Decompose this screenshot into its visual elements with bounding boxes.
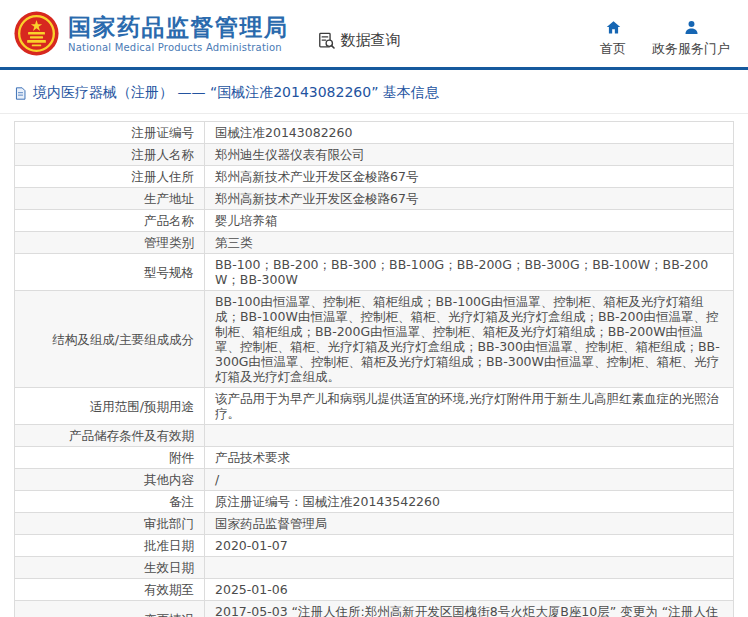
row-label: 备注 xyxy=(15,491,205,513)
row-value: 郑州高新技术产业开发区金梭路67号 xyxy=(205,188,734,210)
row-value: 国械注准20143082260 xyxy=(205,122,734,144)
registration-info-table: 注册证编号国械注准20143082260注册人名称郑州迪生仪器仪表有限公司注册人… xyxy=(14,121,734,617)
nav-gov-portal[interactable]: 政务服务门户 xyxy=(652,19,730,58)
row-label: 结构及组成/主要组成成分 xyxy=(15,291,205,388)
user-icon xyxy=(683,19,700,36)
header-nav: 首页 政务服务门户 xyxy=(600,9,738,58)
table-row: 附件产品技术要求 xyxy=(15,447,734,469)
data-query-label: 数据查询 xyxy=(341,31,401,50)
row-label-text: 结构及组成/主要组成成分 xyxy=(52,332,194,347)
nav-home-label: 首页 xyxy=(600,40,626,58)
row-label-text: 有效期至 xyxy=(144,582,194,597)
table-row: 其他内容/ xyxy=(15,469,734,491)
row-value: 2025-01-06 xyxy=(205,579,734,601)
table-row: 注册证编号国械注准20143082260 xyxy=(15,122,734,144)
row-value: 郑州迪生仪器仪表有限公司 xyxy=(205,144,734,166)
row-label-text: 管理类别 xyxy=(144,235,194,250)
row-value xyxy=(205,425,734,447)
table-row: 审批部门国家药品监督管理局 xyxy=(15,513,734,535)
table-row: 生产地址郑州高新技术产业开发区金梭路67号 xyxy=(15,188,734,210)
row-value: 郑州高新技术产业开发区金梭路67号 xyxy=(205,166,734,188)
row-value: 原注册证编号：国械注准20143542260 xyxy=(205,491,734,513)
row-label-text: 生产地址 xyxy=(144,191,194,206)
row-label-text: 生效日期 xyxy=(144,560,194,575)
row-value xyxy=(205,557,734,579)
row-label: 批准日期 xyxy=(15,535,205,557)
row-label: 其他内容 xyxy=(15,469,205,491)
table-row: 批准日期2020-01-07 xyxy=(15,535,734,557)
row-label: 产品储存条件及有效期 xyxy=(15,425,205,447)
table-row: 备注原注册证编号：国械注准20143542260 xyxy=(15,491,734,513)
row-label-text: 注册人名称 xyxy=(132,147,195,162)
row-label: 注册人住所 xyxy=(15,166,205,188)
row-label: 附件 xyxy=(15,447,205,469)
table-row: 注册人名称郑州迪生仪器仪表有限公司 xyxy=(15,144,734,166)
table-row: 型号规格BB-100；BB-200；BB-300；BB-100G；BB-200G… xyxy=(15,254,734,291)
home-icon xyxy=(605,19,622,36)
table-row: 有效期至2025-01-06 xyxy=(15,579,734,601)
row-value: 2020-01-07 xyxy=(205,535,734,557)
row-label-text: 批准日期 xyxy=(144,538,194,553)
row-label-text: 产品名称 xyxy=(144,213,194,228)
row-label: 生产地址 xyxy=(15,188,205,210)
table-row: 产品储存条件及有效期 xyxy=(15,425,734,447)
brand-text: 国家药品监督管理局 National Medical Products Admi… xyxy=(68,14,289,53)
row-value: BB-100由恒温罩、控制柜、箱柜组成；BB-100G由恒温罩、控制柜、箱柜及光… xyxy=(205,291,734,388)
page: 国家药品监督管理局 National Medical Products Admi… xyxy=(0,0,748,617)
row-value: 第三类 xyxy=(205,232,734,254)
table-row: 管理类别第三类 xyxy=(15,232,734,254)
table-row: 产品名称婴儿培养箱 xyxy=(15,210,734,232)
table-row: 变更情况2017-05-03 “注册人住所:郑州高新开发区国槐街8号火炬大厦B座… xyxy=(15,601,734,617)
row-label: 产品名称 xyxy=(15,210,205,232)
row-label-text: 附件 xyxy=(169,450,194,465)
row-label: 管理类别 xyxy=(15,232,205,254)
agency-title-en: National Medical Products Administration xyxy=(68,42,289,53)
row-label-text: 适用范围/预期用途 xyxy=(90,399,194,414)
site-header: 国家药品监督管理局 National Medical Products Admi… xyxy=(0,0,748,70)
table-row: 生效日期 xyxy=(15,557,734,579)
nav-portal-label: 政务服务门户 xyxy=(652,40,730,58)
table-wrap: 注册证编号国械注准20143082260注册人名称郑州迪生仪器仪表有限公司注册人… xyxy=(0,114,748,617)
row-label: 注册人名称 xyxy=(15,144,205,166)
table-row: 注册人住所郑州高新技术产业开发区金梭路67号 xyxy=(15,166,734,188)
row-label-text: 产品储存条件及有效期 xyxy=(69,428,194,443)
document-icon xyxy=(14,87,27,100)
row-label: 型号规格 xyxy=(15,254,205,291)
document-search-icon xyxy=(317,31,336,50)
breadcrumb: 境内医疗器械（注册） —— “国械注准20143082260” 基本信息 xyxy=(0,70,748,114)
row-label-text: 型号规格 xyxy=(144,265,194,280)
row-value: 产品技术要求 xyxy=(205,447,734,469)
row-label: 注册证编号 xyxy=(15,122,205,144)
row-label: 有效期至 xyxy=(15,579,205,601)
row-label-text: 变更情况 xyxy=(144,612,194,617)
row-label-text: 注册证编号 xyxy=(132,125,195,140)
table-row: 结构及组成/主要组成成分BB-100由恒温罩、控制柜、箱柜组成；BB-100G由… xyxy=(15,291,734,388)
row-label-text: 审批部门 xyxy=(144,516,194,531)
row-value: 国家药品监督管理局 xyxy=(205,513,734,535)
row-label: 审批部门 xyxy=(15,513,205,535)
breadcrumb-text: 境内医疗器械（注册） —— “国械注准20143082260” 基本信息 xyxy=(33,84,439,102)
brand-link[interactable]: 国家药品监督管理局 National Medical Products Admi… xyxy=(14,11,289,56)
row-value: 该产品用于为早产儿和病弱儿提供适宜的环境,光疗灯附件用于新生儿高胆红素血症的光照… xyxy=(205,388,734,425)
row-value: 2017-05-03 “注册人住所:郑州高新开发区国槐街8号火炬大厦B座10层”… xyxy=(205,601,734,617)
info-table-body: 注册证编号国械注准20143082260注册人名称郑州迪生仪器仪表有限公司注册人… xyxy=(15,122,734,617)
data-query-link[interactable]: 数据查询 xyxy=(317,31,401,50)
row-value: 婴儿培养箱 xyxy=(205,210,734,232)
row-label: 变更情况 xyxy=(15,601,205,617)
row-label: 生效日期 xyxy=(15,557,205,579)
row-label: 适用范围/预期用途 xyxy=(15,388,205,425)
row-label-text: 备注 xyxy=(169,494,194,509)
row-value: / xyxy=(205,469,734,491)
nav-home[interactable]: 首页 xyxy=(600,19,626,58)
row-value: BB-100；BB-200；BB-300；BB-100G；BB-200G；BB-… xyxy=(205,254,734,291)
agency-title-cn: 国家药品监督管理局 xyxy=(68,14,289,40)
row-label-text: 其他内容 xyxy=(144,472,194,487)
row-label-text: 注册人住所 xyxy=(132,169,195,184)
national-emblem-logo xyxy=(14,11,59,56)
table-row: 适用范围/预期用途该产品用于为早产儿和病弱儿提供适宜的环境,光疗灯附件用于新生儿… xyxy=(15,388,734,425)
